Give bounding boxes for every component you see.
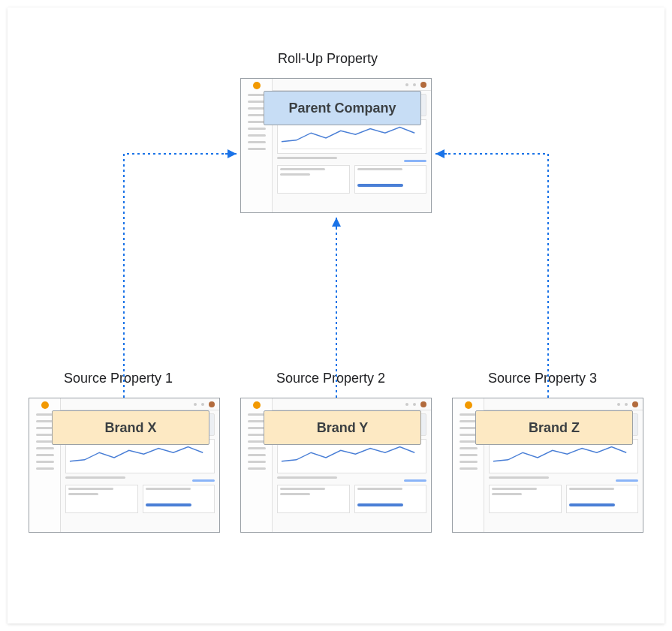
source-label-1: Brand X bbox=[104, 420, 156, 436]
parent-card: Parent Company bbox=[240, 78, 432, 213]
source-label-2: Brand Y bbox=[317, 420, 369, 436]
source-card-3: Brand Z bbox=[452, 398, 643, 533]
source-title-1: Source Property 1 bbox=[64, 371, 173, 386]
analytics-logo-icon bbox=[253, 82, 261, 89]
card-topbar bbox=[273, 79, 431, 91]
source-label-box-1: Brand X bbox=[52, 410, 209, 445]
parent-label: Parent Company bbox=[288, 101, 396, 116]
card-topbar bbox=[484, 398, 643, 410]
source-label-3: Brand Z bbox=[529, 420, 580, 436]
card-topbar bbox=[61, 398, 219, 410]
analytics-logo-icon bbox=[465, 401, 472, 409]
avatar-icon bbox=[209, 401, 215, 407]
source-card-2: Brand Y bbox=[240, 398, 432, 533]
avatar-icon bbox=[420, 401, 426, 407]
source-label-box-2: Brand Y bbox=[264, 410, 421, 445]
avatar-icon bbox=[632, 401, 638, 407]
parent-label-box: Parent Company bbox=[264, 91, 421, 125]
card-topbar bbox=[273, 398, 431, 410]
source-title-2: Source Property 2 bbox=[276, 371, 385, 386]
analytics-logo-icon bbox=[253, 401, 261, 409]
source-label-box-3: Brand Z bbox=[475, 410, 633, 445]
avatar-icon bbox=[420, 82, 426, 88]
analytics-logo-icon bbox=[41, 401, 49, 409]
source-title-3: Source Property 3 bbox=[488, 371, 597, 386]
source-card-1: Brand X bbox=[29, 398, 220, 533]
diagram-canvas: Roll-Up Property bbox=[8, 8, 664, 623]
parent-title: Roll-Up Property bbox=[278, 51, 378, 67]
